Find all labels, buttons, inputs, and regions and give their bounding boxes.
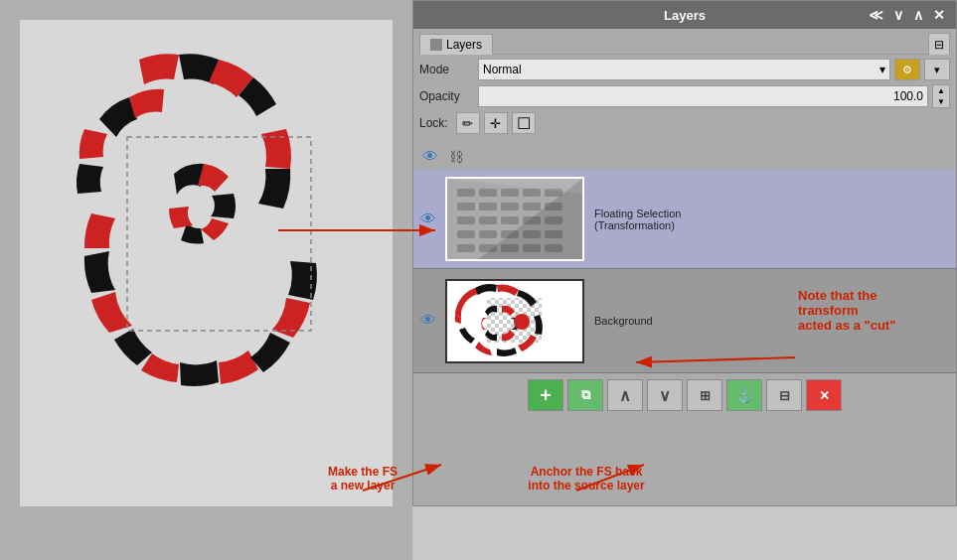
svg-rect-10 [523, 203, 541, 210]
group-layer-btn[interactable]: ⊞ [687, 379, 722, 411]
svg-rect-8 [479, 203, 497, 210]
anchor-layer-btn[interactable]: ⚓ [726, 379, 762, 411]
close-icon[interactable]: ✕ [930, 7, 948, 23]
svg-rect-9 [501, 203, 519, 210]
panel-titlebar: Layers ≪ ∨ ∧ ✕ [413, 1, 956, 29]
svg-rect-2 [457, 189, 475, 197]
floating-thumb-svg [447, 179, 582, 260]
duplicate-layer-btn[interactable]: ⧉ [567, 379, 603, 411]
opacity-input[interactable]: 100.0 [478, 85, 928, 107]
chain-col-icon[interactable]: ⛓ [445, 146, 467, 168]
opacity-down-btn[interactable]: ▼ [933, 96, 949, 107]
delete-layer-btn[interactable]: ✕ [806, 379, 842, 411]
opacity-row: Opacity 100.0 ▲ ▼ [419, 84, 950, 108]
lock-label: Lock: [419, 116, 448, 130]
move-layer-down-btn[interactable]: ∨ [647, 379, 683, 411]
tab-area: Layers ⊟ [413, 29, 956, 55]
svg-rect-18 [479, 230, 497, 238]
mode-chevron: ▾ [879, 63, 885, 76]
lock-alpha-btn[interactable]: ☐ [512, 112, 536, 134]
mode-value: Normal [483, 63, 522, 76]
svg-rect-12 [457, 216, 475, 224]
move-layer-up-btn[interactable]: ∧ [607, 379, 643, 411]
floating-layer-thumb [445, 177, 584, 261]
note-box: Note that thetransformacted as a "cut" [798, 288, 947, 333]
tab-icon [430, 39, 442, 51]
layers-panel: Layers ≪ ∨ ∧ ✕ Layers ⊟ Mode Normal ▾ ⚙ … [412, 0, 957, 506]
chevron-down-icon[interactable]: ∨ [890, 7, 906, 23]
new-layer-btn[interactable]: + [528, 379, 563, 411]
mode-select[interactable]: Normal ▾ [478, 59, 890, 80]
svg-rect-14 [501, 216, 519, 224]
lock-row: Lock: ✏ ✛ ☐ [419, 112, 950, 134]
svg-rect-17 [457, 230, 475, 238]
bg-layer-thumb [445, 279, 584, 363]
visibility-row: 👁 ⛓ [413, 144, 956, 170]
up-icon[interactable]: ∧ [910, 7, 926, 23]
panel-controls: Mode Normal ▾ ⚙ ▾ Opacity 100.0 ▲ ▼ Lock… [413, 55, 956, 144]
layers-toolbar: + ⧉ ∧ ∨ ⊞ ⚓ ⊟ ✕ [413, 373, 956, 417]
bg-layer-name: Background [590, 311, 657, 331]
layers-list-container: 👁 [413, 170, 956, 373]
anchor-label: Anchor the FS backinto the source layer [517, 465, 656, 492]
floating-layer-name: Floating Selection(Transformation) [590, 204, 685, 235]
titlebar-controls: ≪ ∨ ∧ ✕ [866, 7, 948, 23]
svg-rect-13 [479, 216, 497, 224]
panel-menu-btn[interactable]: ⊟ [928, 33, 950, 55]
bg-layer-eye[interactable]: 👁 [417, 310, 439, 332]
mode-row: Mode Normal ▾ ⚙ ▾ [419, 59, 950, 80]
opacity-label: Opacity [419, 89, 474, 103]
delete-layer-btn2[interactable]: ⊟ [766, 379, 802, 411]
svg-rect-5 [523, 189, 541, 197]
svg-point-34 [514, 314, 530, 330]
tab-label: Layers [446, 38, 482, 52]
svg-rect-7 [457, 203, 475, 210]
svg-rect-22 [457, 244, 475, 252]
layers-tab[interactable]: Layers [419, 34, 493, 55]
mode-label: Mode [419, 63, 474, 76]
floating-layer-eye[interactable]: 👁 [417, 209, 439, 230]
lock-pen-btn[interactable]: ✏ [456, 112, 480, 134]
opacity-up-btn[interactable]: ▲ [933, 85, 949, 96]
mode-extra-btn[interactable]: ⚙ [894, 59, 920, 80]
make-fs-label: Make the FSa new layer [303, 465, 422, 492]
eye-col-icon[interactable]: 👁 [419, 146, 441, 168]
snake-drawing [20, 20, 373, 447]
bg-thumb-svg [447, 280, 582, 361]
layer-item-floating[interactable]: 👁 [413, 170, 956, 269]
note-text: Note that thetransformacted as a "cut" [798, 288, 895, 333]
double-up-icon[interactable]: ≪ [866, 7, 886, 23]
mode-extra-btn2[interactable]: ▾ [924, 59, 950, 80]
svg-rect-3 [479, 189, 497, 197]
lock-move-btn[interactable]: ✛ [484, 112, 508, 134]
svg-rect-4 [501, 189, 519, 197]
canvas-inner [20, 20, 393, 506]
panel-title: Layers [664, 8, 706, 23]
opacity-value: 100.0 [893, 89, 923, 103]
